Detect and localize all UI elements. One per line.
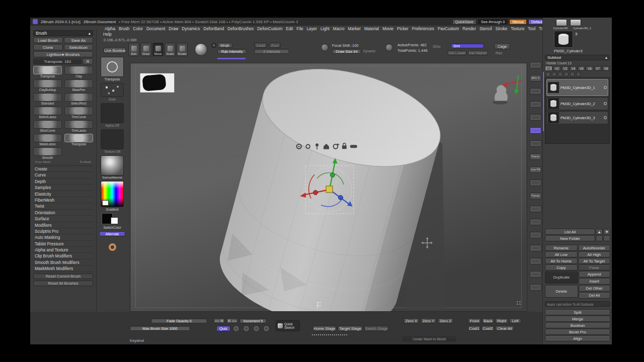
current-brush-button[interactable]: Transpose. 183 (33, 58, 82, 64)
viewport-canvas[interactable]: F (130, 63, 527, 312)
brush-item[interactable]: MaskPen (64, 79, 93, 92)
shelf-tile[interactable]: SPix 3 (530, 75, 541, 81)
focal-shift-dial[interactable] (321, 44, 329, 51)
z-intensity-slider[interactable]: Z Intensity (254, 49, 289, 54)
dynamic-label[interactable]: Dynamic (363, 49, 376, 53)
center-mesh-button[interactable]: Center Mesh to World (403, 336, 456, 341)
version-tab[interactable]: V3 (561, 66, 569, 71)
brush-item[interactable]: SelectLasso (33, 107, 62, 119)
subtool-mini-icon[interactable] (570, 72, 575, 76)
visibility-eye-icon[interactable] (604, 116, 607, 119)
menu-item[interactable]: Stroke (494, 26, 509, 32)
front-view-button[interactable]: Front (468, 318, 481, 323)
brush-section-item[interactable]: Curve (33, 172, 93, 178)
current-color-swatch[interactable] (102, 200, 109, 206)
menu-item[interactable]: Dynamics (180, 26, 201, 32)
all-low-button[interactable]: All Low (545, 251, 578, 257)
del-other-button[interactable]: Del Other (579, 285, 611, 292)
collapse-icon[interactable]: ▴ (605, 55, 607, 60)
duplicate-button[interactable]: Duplicate (545, 271, 578, 284)
move-up-button[interactable]: ▲ (596, 229, 603, 235)
version-tab[interactable]: V1 (545, 66, 552, 71)
version-tab[interactable]: V5 (578, 66, 585, 71)
lightbox-brushes-button[interactable]: Lightbox►Brushes (33, 51, 93, 57)
shelf-tile[interactable] (530, 271, 541, 278)
zero-x-button[interactable]: Zero X (404, 318, 419, 323)
shelf-tile[interactable]: Transp (530, 193, 541, 199)
switch-color-widget[interactable] (101, 213, 124, 225)
menu-item[interactable]: File (295, 26, 304, 32)
reset-current-brush-button[interactable]: Reset Current Brush (33, 274, 93, 279)
stage-dots-slider[interactable] (312, 334, 347, 335)
shelf-tile[interactable] (530, 232, 541, 238)
draw-size-slider[interactable]: Draw Size 64 (332, 49, 361, 54)
brush-item[interactable]: Standard (33, 93, 62, 106)
material-thumbnail[interactable] (101, 155, 124, 175)
subtool-item[interactable]: PM3D_Cylinder3D_2 (546, 97, 608, 110)
color-picker[interactable] (101, 181, 124, 207)
r-next-button[interactable]: R >> (226, 318, 238, 323)
brush-section-item[interactable]: Elasticity (33, 191, 93, 197)
document-thumbnail[interactable] (140, 73, 175, 93)
shelf-tile[interactable] (530, 62, 541, 68)
reset-all-brushes-button[interactable]: Reset All Brushes (33, 281, 93, 286)
shelf-tile[interactable] (530, 284, 541, 291)
shelf-tile[interactable] (530, 179, 541, 186)
shelf-tile[interactable] (530, 245, 541, 251)
cage-button[interactable]: Cage (494, 43, 510, 49)
boolean-button[interactable]: Boolean (545, 322, 610, 328)
stroke-thumbnail[interactable] (101, 83, 124, 97)
brush-item[interactable]: Clay (64, 66, 93, 78)
stroke-circle-icon[interactable] (233, 325, 239, 332)
mode-button[interactable]: Move (152, 43, 164, 56)
left-view-button[interactable]: Left (509, 318, 521, 323)
folder-up-icon[interactable] (596, 235, 603, 241)
menu-item[interactable]: Stencil (478, 26, 494, 32)
insert-button[interactable]: Insert (579, 278, 611, 285)
max-brush-size-slider[interactable]: Max Brush Size 1000 (130, 326, 190, 331)
increment-slider[interactable]: Increment 5 (239, 318, 267, 323)
r-button[interactable]: R (83, 58, 93, 64)
menu-item[interactable]: Brush (117, 26, 131, 32)
mode-button[interactable]: Draw (140, 43, 151, 56)
del-lower-button[interactable]: Del Lower (448, 50, 466, 55)
gizmo-center-handle[interactable] (326, 186, 333, 193)
stroke-circle-icon[interactable] (243, 325, 250, 332)
menu-item[interactable]: Material (363, 26, 380, 32)
material-sphere-icon[interactable] (195, 43, 207, 56)
paste-button[interactable]: Paste (578, 264, 611, 270)
smt-slider[interactable]: Smt (451, 43, 484, 48)
alpha-thumbnail[interactable] (101, 103, 124, 123)
brush-section-item[interactable]: Smooth Brush Modifiers (33, 259, 93, 265)
subtool-header[interactable]: Subtool ▴ (545, 55, 610, 60)
brush-item[interactable]: SelectRect (64, 93, 93, 106)
shelf-tile[interactable]: Frame (530, 153, 541, 160)
menu-item[interactable]: Tool (526, 26, 537, 32)
menu-item[interactable]: Light (319, 26, 331, 32)
subtool-mini-icon[interactable] (552, 72, 556, 76)
current-tool-thumbnail[interactable] (554, 31, 573, 48)
load-brush-button[interactable]: Load Brush (33, 37, 63, 43)
subtool-item[interactable]: PM3D_Cylinder3D_3 (546, 111, 608, 124)
del-all-button[interactable]: Del All (579, 292, 611, 299)
secondary-color-swatch[interactable] (111, 217, 118, 224)
menu-item[interactable]: PavCustom (436, 26, 460, 32)
home-stage-button[interactable]: Home Stage (313, 326, 336, 331)
zadd-button[interactable]: Zadd (254, 43, 267, 48)
switch-stage-button[interactable]: Switch Stage (364, 326, 388, 331)
menu-item[interactable]: Movie (381, 26, 395, 32)
zero-z-button[interactable]: Zero Z (438, 318, 453, 323)
menu-item[interactable]: DefonBand (202, 26, 225, 32)
brush-section-item[interactable]: Create (33, 166, 93, 172)
delete-button[interactable]: Delete (545, 285, 578, 298)
menu-item[interactable]: Texture (509, 26, 526, 32)
menu-item[interactable]: Preferences (411, 26, 436, 32)
rename-button[interactable]: Rename (545, 245, 578, 251)
collapse-icon[interactable]: ▴ (89, 31, 91, 36)
all-to-home-button[interactable]: All To Home (545, 258, 578, 264)
gradient-label[interactable]: Gradient (106, 208, 118, 211)
brush-section-item[interactable]: Surface (33, 216, 93, 222)
dynamic-dial[interactable] (385, 44, 393, 51)
menu-item[interactable]: Render (461, 26, 477, 32)
shelf-tile[interactable] (530, 101, 541, 108)
